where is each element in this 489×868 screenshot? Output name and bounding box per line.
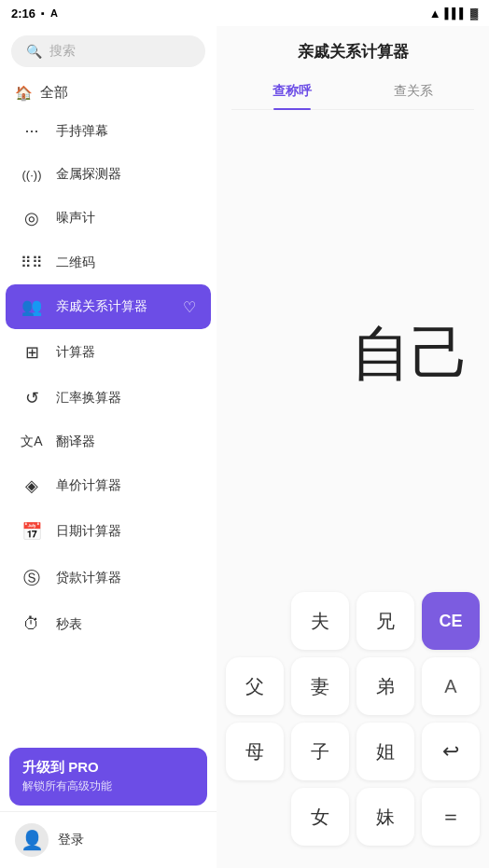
- sidebar-item-label: 贷款计算器: [56, 570, 121, 586]
- favorite-icon: ♡: [183, 298, 196, 316]
- key-mei[interactable]: 妹: [356, 788, 414, 846]
- key-equals[interactable]: ＝: [422, 788, 480, 846]
- noise-icon: ◎: [21, 208, 43, 228]
- keypad: 夫 兄 CE 父 妻 弟 A 母 子 姐 ↩: [217, 588, 489, 868]
- sidebar-item-metal[interactable]: ((·)) 金属探测器: [6, 154, 211, 195]
- sidebar-item-label: 亲戚关系计算器: [56, 298, 147, 315]
- sidebar-item-relation[interactable]: 👥 亲戚关系计算器 ♡: [6, 284, 211, 329]
- right-panel: 亲戚关系计算器 查称呼 查关系 自己 夫 兄 CE: [217, 26, 489, 868]
- search-bar[interactable]: 🔍 搜索: [11, 35, 205, 67]
- key-di[interactable]: 弟: [356, 657, 414, 715]
- stopwatch-icon: ⏱: [21, 614, 43, 634]
- key-xiong[interactable]: 兄: [356, 592, 414, 650]
- sidebar-item-label: 金属探测器: [56, 166, 121, 183]
- status-bar: 2:16 ▪ A ▲ ▌▌▌ ▓: [0, 0, 489, 26]
- status-time: 2:16: [11, 7, 35, 21]
- sidebar-item-label: 噪声计: [56, 210, 95, 227]
- search-icon: 🔍: [26, 44, 42, 59]
- sidebar-item-label: 手持弹幕: [56, 123, 108, 140]
- sidebar-item-unitprice[interactable]: ◈ 单价计算器: [6, 463, 211, 508]
- display-value: 自己: [351, 313, 470, 394]
- menu-list: ··· 手持弹幕 ((·)) 金属探测器 ◎ 噪声计 ⠿⠿ 二维码 👥 亲戚关系…: [0, 109, 217, 742]
- display-area: 自己: [217, 119, 489, 588]
- key-nv[interactable]: 女: [291, 788, 349, 846]
- key-mu[interactable]: 母: [226, 723, 284, 780]
- key-zi[interactable]: 子: [291, 723, 349, 780]
- relation-icon: 👥: [21, 296, 43, 317]
- sidebar-item-noise[interactable]: ◎ 噪声计: [6, 196, 211, 241]
- panel-title: 亲戚关系计算器: [231, 41, 474, 62]
- sidebar-item-label: 二维码: [56, 255, 95, 271]
- metal-icon: ((·)): [21, 168, 43, 182]
- section-label: 全部: [40, 84, 68, 102]
- panel-header: 亲戚关系计算器 查称呼 查关系: [217, 26, 489, 110]
- unitprice-icon: ◈: [21, 475, 43, 496]
- sidebar-item-stopwatch[interactable]: ⏱ 秒表: [6, 602, 211, 646]
- pro-banner[interactable]: 升级到 PRO 解锁所有高级功能: [9, 748, 207, 806]
- bubble-icon: ···: [21, 121, 43, 141]
- tab-query-relation[interactable]: 查关系: [353, 74, 474, 109]
- keypad-row-3: 母 子 姐 ↩: [226, 723, 480, 780]
- signal-icon: ▌▌▌: [445, 7, 467, 19]
- tab-query-call[interactable]: 查称呼: [231, 74, 353, 109]
- section-header: 🏠 全部: [0, 76, 217, 109]
- sidebar-item-translate[interactable]: 文A 翻译器: [6, 421, 211, 462]
- login-label: 登录: [58, 832, 84, 848]
- sidebar-item-currency[interactable]: ↺ 汇率换算器: [6, 376, 211, 420]
- sidebar: 🔍 搜索 🏠 全部 ··· 手持弹幕 ((·)) 金属探测器 ◎ 噪声计 ⠿⠿: [0, 26, 217, 868]
- sidebar-item-label: 汇率换算器: [56, 390, 121, 406]
- key-back[interactable]: ↩: [422, 723, 480, 780]
- sidebar-item-label: 计算器: [56, 344, 95, 361]
- key-fu[interactable]: 夫: [291, 592, 349, 650]
- calc-content: 自己 夫 兄 CE 父 妻 弟 A 母: [217, 110, 489, 868]
- login-area[interactable]: 👤 登录: [0, 811, 217, 868]
- key-jie[interactable]: 姐: [356, 723, 414, 780]
- date-icon: 📅: [21, 521, 43, 542]
- key-ce[interactable]: CE: [422, 592, 480, 650]
- qrcode-icon: ⠿⠿: [21, 254, 43, 271]
- wifi-icon: ▲: [429, 7, 441, 21]
- key-fu2[interactable]: 父: [226, 657, 284, 715]
- sidebar-item-label: 日期计算器: [56, 523, 121, 540]
- sidebar-item-calculator[interactable]: ⊞ 计算器: [6, 330, 211, 375]
- keypad-row-2: 父 妻 弟 A: [226, 657, 480, 715]
- sidebar-item-date[interactable]: 📅 日期计算器: [6, 509, 211, 554]
- key-a[interactable]: A: [422, 657, 480, 715]
- currency-icon: ↺: [21, 388, 43, 408]
- home-icon: 🏠: [15, 85, 33, 102]
- sidebar-item-label: 秒表: [56, 616, 82, 633]
- calculator-icon: ⊞: [21, 342, 43, 363]
- loan-icon: Ⓢ: [21, 567, 43, 589]
- sidebar-item-bubble[interactable]: ··· 手持弹幕: [6, 109, 211, 153]
- keypad-row-1: 夫 兄 CE: [226, 592, 480, 650]
- sidebar-item-qrcode[interactable]: ⠿⠿ 二维码: [6, 241, 211, 283]
- key-qi[interactable]: 妻: [291, 657, 349, 715]
- notification-icon: ▪: [41, 7, 45, 19]
- avatar: 👤: [15, 823, 49, 857]
- sidebar-item-label: 单价计算器: [56, 477, 121, 494]
- pro-title: 升级到 PRO: [22, 759, 194, 777]
- translate-icon: 文A: [21, 434, 43, 450]
- search-placeholder: 搜索: [49, 43, 76, 60]
- pro-subtitle: 解锁所有高级功能: [22, 778, 194, 794]
- sidebar-item-label: 翻译器: [56, 434, 95, 450]
- battery-icon: ▓: [470, 7, 478, 19]
- keypad-row-4: 女 妹 ＝: [226, 788, 480, 846]
- android-icon: A: [50, 7, 58, 19]
- tabs: 查称呼 查关系: [231, 74, 474, 110]
- sidebar-item-loan[interactable]: Ⓢ 贷款计算器: [6, 555, 211, 601]
